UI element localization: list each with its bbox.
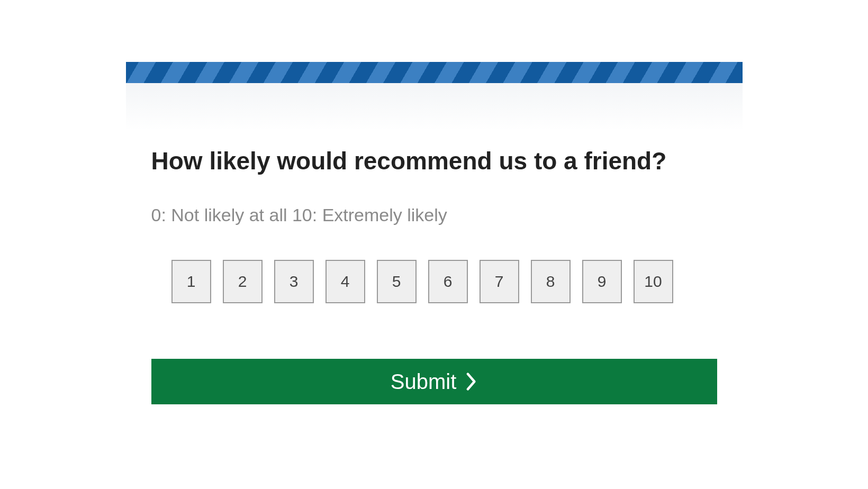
rating-option-6[interactable]: 6 bbox=[428, 260, 468, 303]
rating-option-10[interactable]: 10 bbox=[634, 260, 673, 303]
rating-option-3[interactable]: 3 bbox=[274, 260, 314, 303]
question-title: How likely would recommend us to a frien… bbox=[151, 147, 717, 176]
survey-container: How likely would recommend us to a frien… bbox=[126, 62, 743, 404]
submit-label: Submit bbox=[391, 370, 457, 394]
survey-content: How likely would recommend us to a frien… bbox=[126, 147, 743, 404]
rating-scale: 1 2 3 4 5 6 7 8 9 10 bbox=[171, 260, 717, 303]
chevron-right-icon bbox=[466, 372, 477, 391]
rating-option-1[interactable]: 1 bbox=[171, 260, 211, 303]
rating-option-7[interactable]: 7 bbox=[480, 260, 519, 303]
header-banner bbox=[126, 83, 743, 131]
submit-button[interactable]: Submit bbox=[151, 359, 717, 404]
progress-stripe-bar bbox=[126, 62, 743, 83]
rating-option-4[interactable]: 4 bbox=[326, 260, 365, 303]
scale-legend: 0: Not likely at all 10: Extremely likel… bbox=[151, 205, 717, 225]
rating-option-5[interactable]: 5 bbox=[377, 260, 417, 303]
rating-option-2[interactable]: 2 bbox=[223, 260, 263, 303]
rating-option-9[interactable]: 9 bbox=[582, 260, 622, 303]
rating-option-8[interactable]: 8 bbox=[531, 260, 571, 303]
